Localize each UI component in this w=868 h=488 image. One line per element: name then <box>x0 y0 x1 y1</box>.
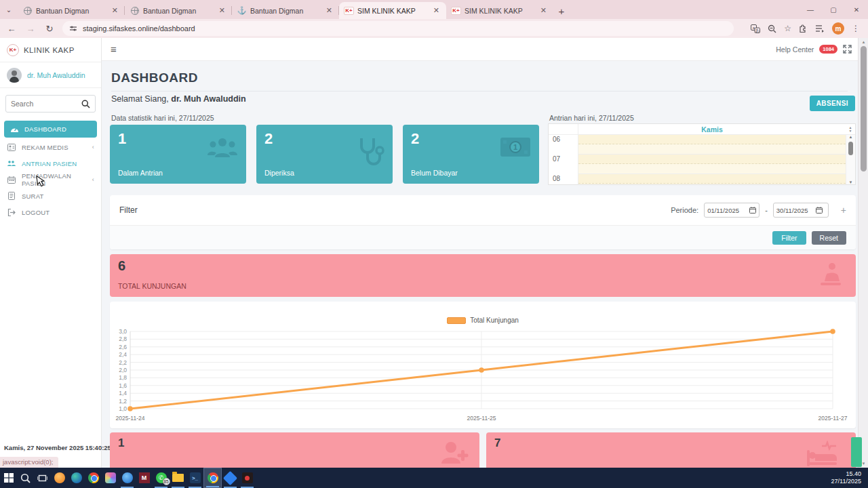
search-submit-button[interactable] <box>76 96 95 112</box>
sidebar-item-surat[interactable]: SURAT <box>0 188 101 204</box>
file-explorer-icon[interactable] <box>170 468 186 488</box>
chart-legend: Total Kunjungan <box>110 317 856 324</box>
stat-label: Belum Dibayar <box>411 169 458 177</box>
tab-close-icon[interactable]: ✕ <box>325 6 334 15</box>
tab-bantuan-1[interactable]: Bantuan Digman ✕ <box>18 2 125 19</box>
filter-submit-button[interactable]: Filter <box>772 231 806 245</box>
whatsapp-icon[interactable]: ✆85 <box>153 468 170 488</box>
tab-title: Bantuan Digman <box>36 7 106 15</box>
window-close-icon[interactable]: ✕ <box>845 0 868 19</box>
sidebar-item-antrian-pasien[interactable]: ANTRIAN PASIEN <box>0 155 101 171</box>
sidebar-item-dashboard[interactable]: DASHBOARD <box>4 121 97 138</box>
whatsapp-badge: 85 <box>163 478 170 485</box>
fullscreen-icon[interactable] <box>843 45 852 54</box>
search-input[interactable] <box>6 96 76 112</box>
powershell-icon[interactable]: >_ <box>186 468 203 488</box>
taskbar-search-icon[interactable] <box>17 468 34 488</box>
queue-scrollbar[interactable]: ▲ ▼ <box>846 135 855 185</box>
add-filter-icon[interactable]: + <box>841 205 846 216</box>
reload-icon[interactable]: ↻ <box>43 24 56 34</box>
queue-spinner-icons[interactable]: ▲▼ <box>846 124 855 134</box>
sidebar-item-logout[interactable]: LOGOUT <box>0 204 101 220</box>
svg-text:1: 1 <box>513 143 517 151</box>
svg-text:2,2: 2,2 <box>119 359 127 366</box>
scroll-up-icon[interactable]: ▲ <box>849 135 853 139</box>
bookmark-star-icon[interactable]: ☆ <box>784 24 791 33</box>
dark-red-app-icon[interactable] <box>239 468 256 488</box>
stethoscope-icon <box>357 137 384 167</box>
filter-card: Filter Periode: 01/11/2025 - 30/11/2025 … <box>110 195 856 249</box>
date-from-input[interactable]: 01/11/2025 <box>704 203 760 218</box>
extensions-icon[interactable] <box>799 24 808 33</box>
page-scrollbar[interactable]: ▲ ▼ <box>858 38 868 468</box>
chrome-icon[interactable] <box>85 468 102 488</box>
legend-swatch <box>447 317 466 324</box>
tab-bantuan-2[interactable]: Bantuan Digman ✕ <box>125 2 232 19</box>
tab-sim-klinik-active[interactable]: K+ SIM KLINIK KAKP ✕ <box>339 2 446 19</box>
scroll-thumb[interactable] <box>861 46 867 171</box>
reading-list-icon[interactable] <box>815 24 825 33</box>
sidebar-item-label: DASHBOARD <box>24 125 66 133</box>
top-navbar: ≡ Help Center 1084 <box>102 38 868 61</box>
brand-name: KLINIK KAKP <box>24 46 75 54</box>
scroll-up-icon[interactable]: ▲ <box>859 38 868 46</box>
svg-text:2,6: 2,6 <box>119 344 127 350</box>
tab-close-icon[interactable]: ✕ <box>218 6 226 15</box>
calendar-icon <box>7 176 16 184</box>
window-maximize-icon[interactable]: ▢ <box>822 0 845 19</box>
profile-avatar[interactable]: m <box>832 22 844 35</box>
tab-title: SIM KLINIK KAKP <box>465 7 535 15</box>
colorful-app-icon[interactable] <box>102 468 119 488</box>
queue-grid[interactable] <box>578 135 846 185</box>
task-view-icon[interactable] <box>34 468 51 488</box>
windows-taskbar: M ✆85 >_ 15.40 27/11/2025 <box>0 468 868 488</box>
hamburger-menu-icon[interactable]: ≡ <box>111 43 117 55</box>
zoom-out-icon[interactable] <box>768 24 776 33</box>
taskbar-clock[interactable]: 15.40 27/11/2025 <box>831 470 868 485</box>
kebab-menu-icon[interactable]: ⋮ <box>852 24 860 33</box>
edge-icon[interactable] <box>68 468 85 488</box>
maroon-m-app-icon[interactable]: M <box>136 468 153 488</box>
stat-card-dalam-antrian: 1 Dalam Antrian <box>110 125 246 184</box>
tab-close-icon[interactable]: ✕ <box>111 6 119 15</box>
vscode-icon[interactable] <box>222 468 239 488</box>
chevron-left-icon: ‹ <box>92 176 94 183</box>
clock-date: 27/11/2025 <box>831 478 861 485</box>
sidebar-item-penjadwalan-pasien[interactable]: PENJADWALAN PASIEN ‹ <box>0 171 101 188</box>
window-minimize-icon[interactable]: — <box>799 0 822 19</box>
start-button[interactable] <box>0 468 17 488</box>
scroll-thumb[interactable] <box>848 142 853 155</box>
floating-green-tab[interactable] <box>851 437 862 467</box>
tab-close-icon[interactable]: ✕ <box>539 6 548 15</box>
tab-sim-klinik-2[interactable]: K+ SIM KLINIK KAKP ✕ <box>446 2 553 19</box>
tab-close-icon[interactable]: ✕ <box>432 6 441 15</box>
tab-search-chevron-icon[interactable]: ⌄ <box>0 0 18 19</box>
main-content: ≡ Help Center 1084 DASHBOARD Selamat Sia… <box>102 38 868 468</box>
filter-reset-button[interactable]: Reset <box>812 231 846 245</box>
queue-corner-cell <box>549 124 578 134</box>
stat-value: 2 <box>264 130 273 148</box>
absensi-button[interactable]: ABSENSI <box>810 96 855 111</box>
user-row[interactable]: dr. Muh Awaluddin <box>0 62 101 88</box>
mascot-app-icon[interactable] <box>51 468 68 488</box>
sidebar-item-rekam-medis[interactable]: REKAM MEDIS ‹ <box>0 139 101 155</box>
new-tab-button[interactable]: + <box>553 3 570 19</box>
address-bar[interactable]: staging.sifaskes.online/dashboard <box>62 21 734 36</box>
user-avatar <box>7 68 22 83</box>
globe-icon <box>23 6 32 15</box>
forward-icon[interactable]: → <box>24 24 37 34</box>
stat-card-diperiksa: 2 Diperiksa <box>256 125 393 184</box>
stat-value: 2 <box>411 130 419 148</box>
tab-bantuan-3[interactable]: ⚓ Bantuan Digman ✕ <box>232 2 339 19</box>
translate-icon[interactable]: a あ <box>751 24 760 33</box>
time-label: 07 <box>549 155 578 174</box>
calendar-icon <box>816 207 823 214</box>
sidebar-item-label: PENJADWALAN PASIEN <box>22 172 87 187</box>
blue-drop-app-icon[interactable] <box>119 468 136 488</box>
scroll-down-icon[interactable]: ▼ <box>849 180 853 184</box>
back-icon[interactable]: ← <box>5 24 18 34</box>
search-icon <box>81 100 90 108</box>
date-to-input[interactable]: 30/11/2025 <box>773 203 829 218</box>
chrome-active-icon[interactable] <box>203 468 222 488</box>
help-center-link[interactable]: Help Center <box>776 45 814 54</box>
